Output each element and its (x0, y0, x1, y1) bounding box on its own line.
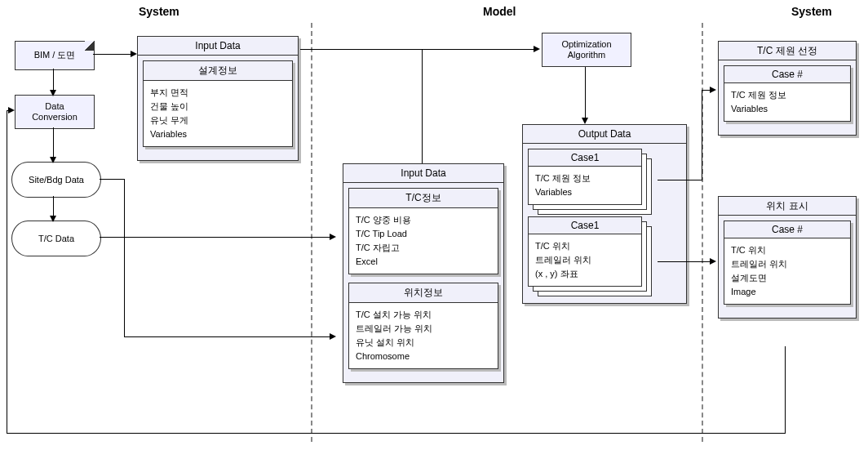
line: T/C 위치 (535, 239, 635, 253)
arrow (124, 336, 331, 337)
stack-case-spec: Case1 T/C 제원 정보 Variables (528, 149, 642, 205)
arrow (7, 433, 786, 434)
card-title: 설계정보 (144, 61, 292, 81)
node-optimization-algorithm: Optimization Algorithm (542, 33, 631, 67)
arrowhead-icon (534, 46, 540, 52)
line: T/C 자립고 (356, 241, 491, 255)
arrow (422, 49, 423, 163)
arrow (53, 196, 54, 217)
arrowhead-icon (582, 118, 588, 124)
group-location-display: 위치 표시 Case # T/C 위치 트레일러 위치 설계도면 Image (718, 196, 857, 319)
line: T/C 양중 비용 (356, 213, 491, 227)
arrow (53, 69, 54, 91)
node-data-conversion: Data Conversion (15, 95, 95, 129)
arrowhead-icon (330, 333, 336, 340)
arrow (585, 67, 586, 119)
card-case-location: Case1 T/C 위치 트레일러 위치 (x , y) 좌표 (528, 216, 642, 287)
card-title: 위치정보 (349, 283, 498, 303)
group-input-data-model: Input Data T/C정보 T/C 양중 비용 T/C Tip Load … (343, 163, 504, 383)
group-title: Output Data (523, 125, 686, 144)
group-title: 위치 표시 (719, 197, 856, 216)
group-title: T/C 제원 선정 (719, 42, 856, 60)
line: T/C 설치 가능 위치 (356, 308, 491, 322)
arrow (53, 127, 54, 158)
line: Variables (150, 127, 286, 141)
line: 트레일러 위치 (535, 253, 635, 267)
node-tc-data: T/C Data (11, 221, 101, 256)
card-case-spec: Case1 T/C 제원 정보 Variables (528, 149, 642, 205)
group-input-data-design: Input Data 설계정보 부지 면적 건물 높이 유닛 무게 Variab… (137, 36, 299, 161)
col-header-system-left: System (139, 5, 179, 18)
line: T/C 제원 정보 (535, 172, 635, 185)
line: 트레일러 위치 (731, 257, 844, 271)
card-case-location-out: Case # T/C 위치 트레일러 위치 설계도면 Image (724, 221, 851, 305)
group-title: Input Data (343, 164, 503, 183)
arrowhead-icon (330, 234, 336, 240)
line: Variables (535, 185, 635, 199)
arrow (658, 261, 711, 262)
group-output-data: Output Data Case1 T/C 제원 정보 Variables Ca… (522, 124, 687, 304)
arrow (124, 179, 125, 336)
arrowhead-icon (710, 258, 716, 265)
arrowhead-icon (131, 51, 137, 57)
diagram: System Model System BIM / 도면 Data Conver… (0, 0, 868, 450)
arrow (785, 346, 786, 433)
card-title: Case # (724, 66, 850, 83)
arrowhead-icon (50, 216, 56, 222)
arrow (702, 90, 702, 180)
arrow (658, 180, 702, 180)
divider-left (311, 23, 312, 442)
node-bim-document: BIM / 도면 (15, 41, 95, 70)
line: (x , y) 좌표 (535, 267, 635, 281)
arrow (100, 179, 124, 180)
arrow (7, 110, 7, 434)
card-title: Case1 (529, 149, 641, 167)
line: 건물 높이 (150, 100, 286, 114)
card-title: Case # (724, 221, 850, 238)
line: Chromosome (356, 350, 491, 363)
card-case-spec-out: Case # T/C 제원 정보 Variables (724, 65, 851, 122)
line: T/C 위치 (731, 243, 844, 257)
group-tc-spec-select: T/C 제원 선정 Case # T/C 제원 정보 Variables (718, 41, 857, 136)
arrowhead-icon (710, 87, 716, 93)
card-design-info: 설계정보 부지 면적 건물 높이 유닛 무게 Variables (143, 60, 293, 147)
card-tc-info: T/C정보 T/C 양중 비용 T/C Tip Load T/C 자립고 Exc… (348, 188, 498, 274)
arrow (300, 49, 535, 50)
stack-case-location: Case1 T/C 위치 트레일러 위치 (x , y) 좌표 (528, 216, 642, 287)
arrowhead-icon (8, 107, 15, 114)
node-site-bdg-data: Site/Bdg Data (11, 162, 101, 198)
line: 유닛 설치 위치 (356, 336, 491, 350)
card-title: Case1 (529, 217, 641, 234)
col-header-system-right: System (791, 5, 832, 18)
col-header-model: Model (483, 5, 516, 18)
line: 부지 면적 (150, 86, 286, 100)
line: T/C Tip Load (356, 227, 491, 241)
arrowhead-icon (50, 157, 56, 163)
group-title: Input Data (138, 37, 298, 56)
line: 설계도면 (731, 271, 844, 285)
arrowhead-icon (50, 90, 56, 96)
line: Variables (731, 102, 844, 116)
line: 유닛 무게 (150, 114, 286, 127)
line: Image (731, 285, 844, 299)
card-title: T/C정보 (349, 189, 498, 208)
line: Excel (356, 255, 491, 269)
line: 트레일러 가능 위치 (356, 322, 491, 336)
arrow (93, 54, 132, 55)
divider-right (702, 23, 703, 442)
arrow (100, 237, 331, 238)
card-location-info: 위치정보 T/C 설치 가능 위치 트레일러 가능 위치 유닛 설치 위치 Ch… (348, 283, 498, 369)
line: T/C 제원 정보 (731, 88, 844, 102)
